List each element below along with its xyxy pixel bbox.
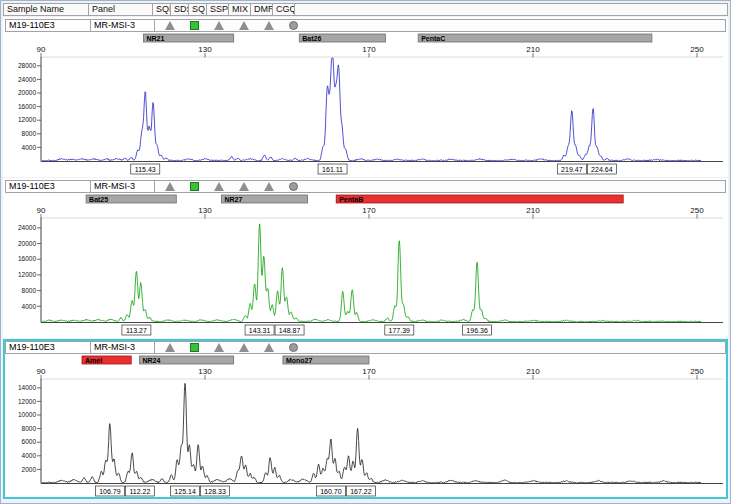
allele-label[interactable]: 128.33 bbox=[201, 486, 230, 496]
col-sample-name: Sample Name bbox=[3, 3, 89, 16]
svg-text:113.27: 113.27 bbox=[126, 327, 147, 334]
sample-name-cell[interactable]: M19-110E3 bbox=[5, 19, 91, 32]
marker-label: Bat25 bbox=[89, 196, 108, 203]
svg-text:160.70: 160.70 bbox=[320, 488, 342, 495]
marker-bar-PentaC[interactable] bbox=[418, 34, 652, 42]
allele-label[interactable]: 148.87 bbox=[275, 325, 304, 335]
marker-label: NR24 bbox=[142, 357, 160, 364]
warning-triangle-icon[interactable] bbox=[165, 343, 175, 352]
col-sqd: SQD bbox=[153, 3, 171, 16]
y-tick-label: 2000 bbox=[22, 466, 37, 473]
marker-bar-PentaB[interactable] bbox=[336, 195, 623, 203]
pass-square-icon[interactable] bbox=[190, 343, 199, 352]
sample-block[interactable]: M19-110E3 MR-MSI-3 Bat25NR27PentaB901301… bbox=[3, 178, 728, 338]
warning-triangle-icon[interactable] bbox=[264, 182, 274, 191]
panel-cell[interactable]: MR-MSI-3 bbox=[91, 180, 155, 193]
allele-label[interactable]: 106.79 bbox=[95, 486, 124, 496]
y-tick-label: 20000 bbox=[18, 89, 36, 96]
marker-label: PentaC bbox=[421, 35, 445, 42]
ball-circle-icon[interactable] bbox=[289, 21, 298, 30]
col-sds: SDS bbox=[171, 3, 189, 16]
x-tick-label: 170 bbox=[362, 45, 376, 54]
warning-triangle-icon[interactable] bbox=[239, 343, 249, 352]
svg-text:115.43: 115.43 bbox=[135, 166, 156, 173]
x-tick-label: 210 bbox=[526, 367, 540, 376]
y-tick-label: 4000 bbox=[22, 452, 37, 459]
svg-text:106.79: 106.79 bbox=[99, 488, 121, 495]
svg-text:143.31: 143.31 bbox=[249, 327, 271, 334]
ball-circle-icon[interactable] bbox=[289, 182, 298, 191]
sample-info-row: M19-110E3 MR-MSI-3 bbox=[5, 180, 726, 193]
y-tick-label: 20000 bbox=[18, 240, 36, 247]
allele-label[interactable]: 160.70 bbox=[316, 486, 345, 496]
electropherogram-svg[interactable]: AmelNR24Mono2790130170210250200040006000… bbox=[5, 354, 726, 497]
sample-name-cell[interactable]: M19-110E3 bbox=[5, 180, 91, 193]
panel-cell[interactable]: MR-MSI-3 bbox=[91, 19, 155, 32]
sample-name-cell[interactable]: M19-110E3 bbox=[5, 341, 91, 354]
pass-square-icon[interactable] bbox=[190, 21, 199, 30]
marker-label: Mono27 bbox=[286, 357, 313, 364]
allele-label[interactable]: 167.22 bbox=[346, 486, 375, 496]
x-tick-label: 130 bbox=[198, 367, 212, 376]
electropherogram-black[interactable]: AmelNR24Mono2790130170210250200040006000… bbox=[5, 354, 726, 497]
allele-label[interactable]: 125.14 bbox=[171, 486, 200, 496]
marker-label: Amel bbox=[85, 357, 102, 364]
sample-block[interactable]: M19-110E3 MR-MSI-3 AmelNR24Mono279013017… bbox=[3, 339, 728, 499]
allele-label[interactable]: 224.64 bbox=[587, 164, 616, 174]
electropherogram-green[interactable]: Bat25NR27PentaB9013017021025040008000120… bbox=[5, 193, 726, 336]
pass-square-icon[interactable] bbox=[190, 182, 199, 191]
y-tick-label: 8000 bbox=[22, 425, 37, 432]
allele-label[interactable]: 115.43 bbox=[131, 164, 160, 174]
svg-text:148.87: 148.87 bbox=[279, 327, 301, 334]
svg-text:161.11: 161.11 bbox=[322, 166, 343, 173]
warning-triangle-icon[interactable] bbox=[165, 21, 175, 30]
marker-label: NR27 bbox=[224, 196, 242, 203]
col-panel: Panel bbox=[89, 3, 153, 16]
svg-text:167.22: 167.22 bbox=[350, 488, 372, 495]
header-filler bbox=[295, 3, 728, 16]
warning-triangle-icon[interactable] bbox=[214, 21, 224, 30]
allele-label[interactable]: 219.47 bbox=[557, 164, 586, 174]
allele-label[interactable]: 143.31 bbox=[245, 325, 274, 335]
col-cgq: CGQ bbox=[273, 3, 295, 16]
x-tick-label: 90 bbox=[37, 45, 46, 54]
allele-label[interactable]: 112.22 bbox=[125, 486, 154, 496]
svg-text:224.64: 224.64 bbox=[591, 166, 613, 173]
allele-label[interactable]: 196.36 bbox=[463, 325, 492, 335]
x-tick-label: 250 bbox=[690, 367, 704, 376]
warning-triangle-icon[interactable] bbox=[165, 182, 175, 191]
y-tick-label: 28000 bbox=[18, 62, 36, 69]
sample-block[interactable]: M19-110E3 MR-MSI-3 NR21Bat26PentaC901301… bbox=[3, 17, 728, 177]
y-tick-label: 24000 bbox=[18, 76, 36, 83]
sample-info-row: M19-110E3 MR-MSI-3 bbox=[5, 341, 726, 354]
marker-label: Bat26 bbox=[302, 35, 321, 42]
electropherogram-svg[interactable]: Bat25NR27PentaB9013017021025040008000120… bbox=[5, 193, 726, 336]
y-tick-label: 6000 bbox=[22, 438, 37, 445]
warning-triangle-icon[interactable] bbox=[214, 343, 224, 352]
x-tick-label: 90 bbox=[37, 206, 46, 215]
x-tick-label: 170 bbox=[362, 367, 376, 376]
y-tick-label: 4000 bbox=[22, 303, 37, 310]
warning-triangle-icon[interactable] bbox=[264, 21, 274, 30]
svg-text:196.36: 196.36 bbox=[466, 327, 488, 334]
svg-text:125.14: 125.14 bbox=[174, 488, 196, 495]
svg-text:219.47: 219.47 bbox=[561, 166, 583, 173]
allele-label[interactable]: 161.11 bbox=[318, 164, 347, 174]
warning-triangle-icon[interactable] bbox=[239, 182, 249, 191]
x-tick-label: 170 bbox=[362, 206, 376, 215]
warning-triangle-icon[interactable] bbox=[239, 21, 249, 30]
col-mix: MIX bbox=[229, 3, 251, 16]
y-tick-label: 24000 bbox=[18, 224, 36, 231]
quality-flags bbox=[155, 341, 726, 354]
panel-cell[interactable]: MR-MSI-3 bbox=[91, 341, 155, 354]
electropherogram-svg[interactable]: NR21Bat26PentaC9013017021025040008000120… bbox=[5, 32, 726, 175]
warning-triangle-icon[interactable] bbox=[214, 182, 224, 191]
svg-text:112.22: 112.22 bbox=[129, 488, 150, 495]
y-tick-label: 14000 bbox=[18, 384, 36, 391]
ball-circle-icon[interactable] bbox=[289, 343, 298, 352]
allele-label[interactable]: 177.39 bbox=[385, 325, 414, 335]
electropherogram-blue[interactable]: NR21Bat26PentaC9013017021025040008000120… bbox=[5, 32, 726, 175]
y-tick-label: 8000 bbox=[22, 130, 37, 137]
warning-triangle-icon[interactable] bbox=[264, 343, 274, 352]
allele-label[interactable]: 113.27 bbox=[122, 325, 151, 335]
